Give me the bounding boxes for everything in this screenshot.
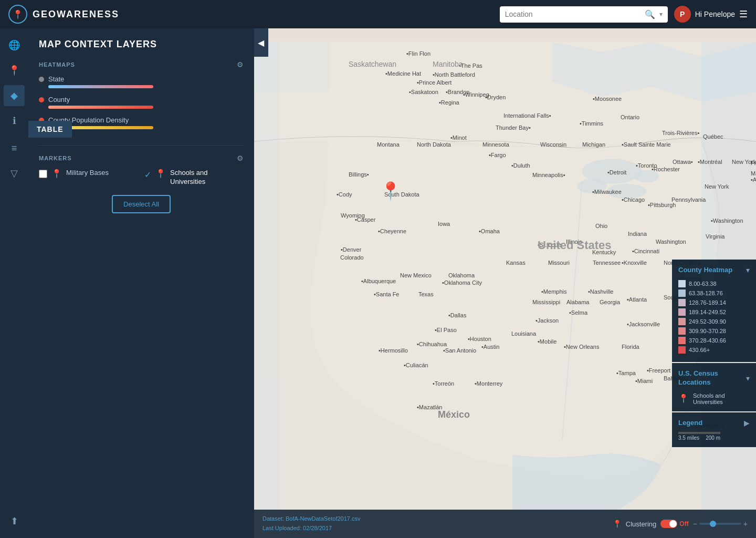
heatmap-state: State: [39, 75, 244, 88]
hamburger-menu-icon[interactable]: ☰: [739, 8, 748, 20]
dataset-label: Dataset:: [262, 515, 284, 522]
legend-label-2: 128.76-189.14: [689, 299, 726, 306]
legend-label-5: 309.90-370.28: [689, 328, 726, 334]
legend-color-4: [678, 318, 686, 325]
legend-color-3: [678, 308, 686, 316]
us-census-title: U.S. Census Locations: [678, 369, 746, 387]
sidebar-icon-layers[interactable]: ◆: [4, 85, 25, 106]
markers-section-header: MARKERS ⚙: [39, 154, 244, 162]
legend-row-2: 128.76-189.14: [678, 299, 750, 306]
heatmap-county-dot: [39, 97, 44, 102]
clustering-slider: − +: [693, 520, 748, 528]
app-title: GEOWARENESS: [33, 9, 119, 20]
scale-bar: [678, 432, 720, 434]
dataset-name: BofA-NewDataSetof2017.csv: [286, 515, 360, 522]
county-heatmap-title: County Heatmap: [678, 266, 732, 275]
legend-row-7: 430.66+: [678, 346, 750, 354]
markers-label: MARKERS: [39, 155, 72, 161]
schools-universities-label: Schools and Universities: [170, 169, 244, 187]
heatmap-density: County Population Density: [39, 116, 244, 129]
top-bar-right: 🔍 ▾ P Hi Penelope ☰: [226, 6, 756, 23]
sidebar-icon-globe[interactable]: 🌐: [4, 35, 25, 56]
clustering-area: 📍 Clustering Off − +: [613, 520, 748, 528]
sidebar-icon-upload[interactable]: ⬆: [4, 511, 25, 532]
marker-schools: ✓ 📍 Schools and Universities: [144, 169, 244, 187]
county-heatmap-collapse-button[interactable]: ▾: [746, 266, 750, 274]
legend-label-7: 430.66+: [689, 347, 710, 353]
scale-near-label: 3.5 miles: [678, 435, 699, 441]
last-uploaded-date: 02/28/2017: [303, 525, 332, 531]
slider-track[interactable]: [699, 523, 741, 525]
scale-labels: 3.5 miles 200 m: [678, 435, 720, 441]
legend-scale-panel: Legend ▶ 3.5 miles 200 m: [672, 412, 756, 447]
dataset-info: Dataset: BofA-NewDataSetof2017.csv Last …: [262, 514, 361, 533]
toggle-circle[interactable]: [660, 520, 677, 528]
us-census-collapse-button[interactable]: ▾: [746, 374, 750, 382]
legend-color-6: [678, 337, 686, 344]
toggle-off-label: Off: [679, 520, 688, 527]
map-legend-panels: County Heatmap ▾ 8.00-63.38 63.38-128.76…: [672, 260, 756, 447]
schools-pin-icon: 📍: [155, 169, 166, 179]
legend-row-5: 309.90-370.28: [678, 327, 750, 335]
markers-grid: 📍 Military Bases ✓ 📍 Schools and Univers…: [39, 169, 244, 187]
legend-label-3: 189.14-249.52: [689, 309, 726, 315]
sidebar-icon-pin[interactable]: 📍: [4, 60, 25, 81]
heatmaps-section-header: HEATMAPS ⚙: [39, 60, 244, 69]
heatmap-county-gradient: [48, 106, 153, 109]
map-bottom-bar: Dataset: BofA-NewDataSetof2017.csv Last …: [254, 510, 756, 538]
legend-label-4: 249.52-309.90: [689, 318, 726, 325]
legend-color-1: [678, 289, 686, 297]
us-census-row: 📍 Schools and Universities: [678, 392, 750, 405]
dropdown-arrow-icon[interactable]: ▾: [659, 11, 663, 18]
legend-row-0: 8.00-63.38: [678, 280, 750, 287]
heatmap-state-dot: [39, 77, 44, 82]
main-content: 🌐 📍 ◆ ℹ ≡ ▽ ⬆ TABLE MAP CONTEXT LAYERS H…: [0, 28, 756, 538]
sidebar-icon-comment[interactable]: ▽: [4, 163, 25, 184]
legend-row-6: 370.28-430.66: [678, 337, 750, 344]
slider-thumb[interactable]: [710, 521, 716, 527]
us-census-header: U.S. Census Locations ▾: [678, 369, 750, 387]
county-heatmap-panel: County Heatmap ▾ 8.00-63.38 63.38-128.76…: [672, 260, 756, 362]
sidebar-icon-info[interactable]: ℹ: [4, 110, 25, 131]
panel-collapse-button[interactable]: ◀: [254, 28, 268, 57]
search-button[interactable]: 🔍: [645, 9, 655, 19]
heatmap-state-gradient: [48, 85, 153, 88]
military-bases-checkbox[interactable]: [39, 170, 47, 178]
location-search-box[interactable]: 🔍 ▾: [500, 6, 668, 23]
us-census-panel: U.S. Census Locations ▾ 📍 Schools and Un…: [672, 363, 756, 411]
legend-color-0: [678, 280, 686, 287]
legend-scale-header: Legend ▶: [678, 419, 750, 428]
divider: [39, 145, 244, 146]
scale-far-label: 200 m: [706, 435, 720, 441]
sidebar-icon-table[interactable]: ≡: [4, 138, 25, 159]
slider-plus-button[interactable]: +: [743, 520, 748, 528]
legend-expand-button[interactable]: ▶: [744, 419, 750, 427]
legend-color-5: [678, 327, 686, 335]
clustering-toggle[interactable]: Off: [660, 520, 688, 528]
legend-label-0: 8.00-63.38: [689, 281, 717, 287]
legend-scale: 3.5 miles 200 m: [678, 432, 750, 441]
user-area: P Hi Penelope ☰: [674, 6, 748, 23]
heatmap-county-label: County: [48, 96, 70, 104]
legend-row-3: 189.14-249.52: [678, 308, 750, 316]
deselect-all-button[interactable]: Deselect All: [112, 195, 171, 213]
heatmaps-settings-button[interactable]: ⚙: [237, 60, 244, 69]
legend-title: Legend: [678, 419, 702, 428]
clustering-label: Clustering: [626, 520, 657, 528]
legend-row-4: 249.52-309.90: [678, 318, 750, 325]
map-container[interactable]: •Flin Flon •The Pas •Medicine Hat •North…: [254, 28, 756, 538]
heatmap-state-label: State: [48, 75, 64, 83]
user-avatar: P: [674, 6, 691, 23]
map-pin: 📍: [380, 181, 401, 201]
legend-color-2: [678, 299, 686, 306]
logo-icon: 📍: [8, 5, 27, 24]
svg-rect-6: [254, 42, 279, 524]
heatmap-county: County: [39, 96, 244, 109]
markers-settings-button[interactable]: ⚙: [237, 154, 244, 162]
heatmap-density-gradient: [48, 126, 153, 129]
location-input[interactable]: [505, 10, 640, 18]
us-census-pin-icon: 📍: [678, 394, 689, 404]
county-heatmap-header: County Heatmap ▾: [678, 266, 750, 275]
slider-minus-button[interactable]: −: [693, 520, 697, 528]
user-greeting: Hi Penelope: [695, 10, 735, 18]
